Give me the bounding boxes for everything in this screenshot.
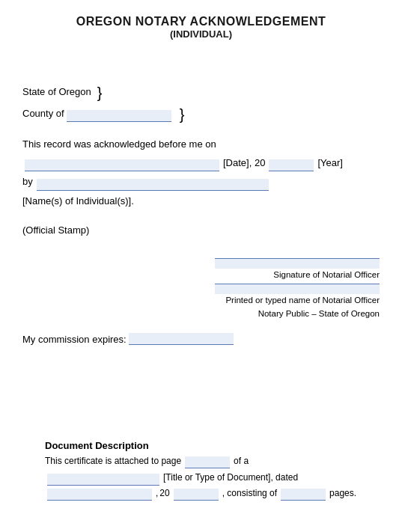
by-label: by [22, 173, 33, 190]
state-line: State of Oregon } [22, 85, 380, 100]
doc-pages-label: pages. [329, 486, 356, 501]
county-field[interactable] [67, 110, 171, 122]
signature-block: Signature of Notarial Officer Printed or… [22, 258, 380, 318]
acknowledged-text: This record was acknowledged before me o… [22, 135, 216, 153]
doc-dated-field[interactable] [47, 489, 152, 501]
acknowledged-line2: by [Name(s) of Individual(s)]. [22, 173, 380, 210]
names-field[interactable] [37, 179, 269, 191]
doc-title-label: [Title or Type of Document], dated [163, 470, 298, 485]
names-label: [Name(s) of Individual(s)]. [22, 192, 134, 210]
document-title: OREGON NOTARY ACKNOWLEDGEMENT [22, 15, 380, 28]
date-field[interactable] [25, 159, 219, 171]
signature-officer-label: Signature of Notarial Officer [273, 270, 380, 279]
doc-pages-count-field[interactable] [281, 489, 326, 501]
doc-page-field[interactable] [185, 456, 230, 468]
doc-of-label: of a [234, 453, 249, 468]
doc-title-field[interactable] [47, 474, 159, 486]
doc-text-part1: This certificate is attached to page [45, 453, 181, 468]
date-label: [Date], 20 [223, 154, 265, 171]
year-field[interactable] [269, 159, 314, 171]
doc-dated-comma: , [156, 486, 158, 501]
printed-name-underline[interactable] [215, 284, 380, 294]
commission-section: My commission expires: [22, 333, 380, 345]
doc-line1: This certificate is attached to page of … [45, 453, 357, 486]
state-label: State of Oregon [22, 85, 91, 100]
printed-name-line: Printed or typed name of Notarial Office… [215, 284, 380, 305]
document-description-section: Document Description This certificate is… [45, 440, 357, 501]
commission-field[interactable] [129, 333, 234, 345]
acknowledged-line1: This record was acknowledged before me o… [22, 135, 380, 172]
official-stamp-section: (Official Stamp) [22, 224, 380, 236]
notary-public-label: Notary Public – State of Oregon [258, 309, 380, 318]
doc-year-field[interactable] [174, 489, 219, 501]
county-bracket: } [180, 107, 185, 122]
county-label: County of [22, 106, 64, 122]
document-header: OREGON NOTARY ACKNOWLEDGEMENT (INDIVIDUA… [22, 15, 380, 40]
acknowledged-section: This record was acknowledged before me o… [22, 135, 380, 210]
state-bracket: } [97, 85, 103, 100]
signature-officer-underline[interactable] [215, 258, 380, 269]
doc-20-label: 20 [159, 486, 169, 501]
doc-line2: , 20 , consisting of pages. [45, 486, 357, 501]
state-county-section: State of Oregon } County of } [22, 85, 380, 122]
notary-public-line: Notary Public – State of Oregon [258, 309, 380, 318]
year-label: [Year] [317, 154, 343, 171]
document-subtitle: (INDIVIDUAL) [22, 28, 380, 40]
county-line: County of } [22, 106, 380, 122]
doc-description-title: Document Description [45, 440, 357, 451]
official-stamp-label: (Official Stamp) [22, 224, 89, 236]
doc-consisting-label: , consisting of [222, 486, 277, 501]
doc-description-text: This certificate is attached to page of … [45, 453, 357, 501]
printed-name-label: Printed or typed name of Notarial Office… [225, 296, 380, 305]
commission-label: My commission expires: [22, 334, 127, 345]
signature-officer-line: Signature of Notarial Officer [215, 258, 380, 279]
